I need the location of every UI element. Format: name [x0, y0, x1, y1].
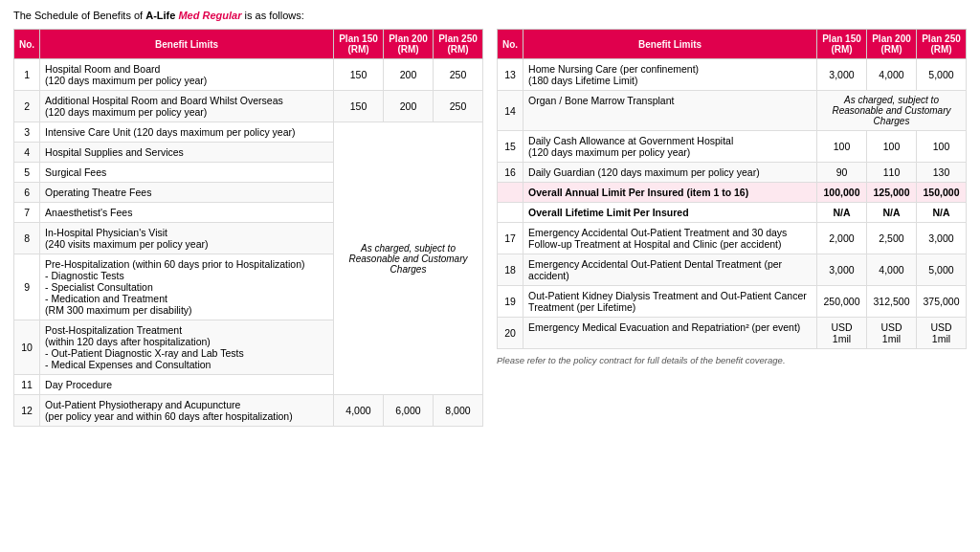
row-plan-value: 312,500 — [867, 286, 917, 318]
table-row: 18Emergency Accidental Out-Patient Denta… — [498, 254, 967, 286]
row-plan-value: 4,000 — [867, 254, 917, 286]
table1: No. Benefit Limits Plan 150 (RM) Plan 20… — [13, 29, 483, 427]
table1-container: No. Benefit Limits Plan 150 (RM) Plan 20… — [13, 29, 483, 427]
row-plan-value: 5,000 — [917, 59, 967, 91]
table-row: 20Emergency Medical Evacuation and Repat… — [498, 318, 967, 349]
table-row: 17Emergency Accidental Out-Patient Treat… — [498, 223, 967, 254]
overall-lifetime-value: N/A — [867, 203, 917, 223]
table-row: 13Home Nursing Care (per confinement)(18… — [498, 59, 967, 91]
table-row: 16Daily Guardian (120 days maximum per p… — [498, 163, 967, 183]
overall-annual-p200: 125,000 — [867, 183, 917, 203]
row-plan-value: 200 — [384, 59, 434, 91]
row-plan-value: 150 — [334, 59, 384, 91]
row-no: 5 — [14, 163, 40, 183]
row-no: 3 — [14, 122, 40, 143]
row-no: 11 — [14, 375, 40, 395]
row-benefit: Emergency Accidental Out-Patient Treatme… — [523, 223, 817, 254]
table-row: 1Hospital Room and Board(120 days maximu… — [14, 59, 483, 91]
overall-lifetime-row: Overall Lifetime Limit Per InsuredN/AN/A… — [498, 203, 967, 223]
row-plan-value: 200 — [384, 91, 434, 122]
lifetime-no — [498, 203, 523, 223]
row-plan-value: 130 — [917, 163, 967, 183]
row-plan-value: 3,000 — [817, 254, 867, 286]
row-no: 6 — [14, 183, 40, 203]
row-no: 4 — [14, 143, 40, 163]
table1-col-plan150: Plan 150 (RM) — [334, 30, 384, 59]
row-no: 2 — [14, 91, 40, 122]
table2-col-benefit: Benefit Limits — [523, 30, 817, 59]
table2-col-plan150: Plan 150 (RM) — [817, 30, 867, 59]
row-plan-value: 2,000 — [817, 223, 867, 254]
row-benefit: Hospital Supplies and Services — [40, 143, 334, 163]
row-benefit: Daily Guardian (120 days maximum per pol… — [523, 163, 817, 183]
row-plan-value: 4,000 — [867, 59, 917, 91]
row-no: 12 — [14, 395, 40, 427]
row-no: 9 — [14, 254, 40, 320]
as-charged-cell: As charged, subject to Reasonable and Cu… — [817, 91, 967, 131]
row-benefit: In-Hospital Physician's Visit(240 visits… — [40, 223, 334, 254]
row-plan-value: 3,000 — [917, 223, 967, 254]
row-plan-value: 100 — [867, 131, 917, 163]
row-no: 15 — [498, 131, 523, 163]
table-row: 3Intensive Care Unit (120 days maximum p… — [14, 122, 483, 143]
row-plan-value: 110 — [867, 163, 917, 183]
intro-text: The Schedule of Benefits of A-Life Med R… — [13, 10, 967, 21]
row-plan-value: 5,000 — [917, 254, 967, 286]
row-plan-value: 250,000 — [817, 286, 867, 318]
row-no: 7 — [14, 203, 40, 223]
overall-annual-p150: 100,000 — [817, 183, 867, 203]
overall-lifetime-value: N/A — [917, 203, 967, 223]
row-plan-value: 100 — [917, 131, 967, 163]
as-charged-cell: As charged, subject to Reasonable and Cu… — [334, 122, 483, 395]
table1-col-plan200: Plan 200 (RM) — [384, 30, 434, 59]
table-row: 12Out-Patient Physiotherapy and Acupunct… — [14, 395, 483, 427]
row-benefit: Out-Patient Physiotherapy and Acupunctur… — [40, 395, 334, 427]
row-benefit: Intensive Care Unit (120 days maximum pe… — [40, 122, 334, 143]
row-plan-value: 150 — [334, 91, 384, 122]
table2: No. Benefit Limits Plan 150 (RM) Plan 20… — [497, 29, 967, 349]
row-no: 8 — [14, 223, 40, 254]
table2-col-plan200: Plan 200 (RM) — [867, 30, 917, 59]
overall-lifetime-label: Overall Lifetime Limit Per Insured — [523, 203, 817, 223]
table2-col-plan250: Plan 250 (RM) — [917, 30, 967, 59]
overall-annual-p250: 150,000 — [917, 183, 967, 203]
row-no: 16 — [498, 163, 523, 183]
row-benefit: Home Nursing Care (per confinement)(180 … — [523, 59, 817, 91]
row-no: 13 — [498, 59, 523, 91]
row-no: 10 — [14, 320, 40, 375]
overall-annual-row: Overall Annual Limit Per Insured (item 1… — [498, 183, 967, 203]
overall-annual-label: Overall Annual Limit Per Insured (item 1… — [523, 183, 817, 203]
row-plan-value: 6,000 — [384, 395, 434, 427]
table-row: 19Out-Patient Kidney Dialysis Treatment … — [498, 286, 967, 318]
row-no: 19 — [498, 286, 523, 318]
row-plan-value: 250 — [434, 91, 483, 122]
row-no: 1 — [14, 59, 40, 91]
row-benefit: Post-Hospitalization Treatment(within 12… — [40, 320, 334, 375]
row-benefit: Operating Theatre Fees — [40, 183, 334, 203]
row-benefit: Hospital Room and Board(120 days maximum… — [40, 59, 334, 91]
row-no: 14 — [498, 91, 523, 131]
table-row: 14Organ / Bone Marrow TransplantAs charg… — [498, 91, 967, 131]
table1-col-plan250: Plan 250 (RM) — [434, 30, 483, 59]
row-benefit: Emergency Medical Evacuation and Repatri… — [523, 318, 817, 349]
row-no: 17 — [498, 223, 523, 254]
row-benefit: Organ / Bone Marrow Transplant — [523, 91, 817, 131]
row-plan-value: 375,000 — [917, 286, 967, 318]
tables-wrapper: No. Benefit Limits Plan 150 (RM) Plan 20… — [13, 29, 967, 427]
table1-col-no: No. — [14, 30, 40, 59]
row-plan-value: 4,000 — [334, 395, 384, 427]
row-plan-value: 250 — [434, 59, 483, 91]
row-plan-value: USD 1mil — [817, 318, 867, 349]
row-benefit: Anaesthetist's Fees — [40, 203, 334, 223]
row-plan-value: 3,000 — [817, 59, 867, 91]
table2-footnote: Please refer to the policy contract for … — [497, 355, 967, 365]
row-plan-value: 2,500 — [867, 223, 917, 254]
table-row: 2Additional Hospital Room and Board Whil… — [14, 91, 483, 122]
table1-col-benefit: Benefit Limits — [40, 30, 334, 59]
row-benefit: Additional Hospital Room and Board Whils… — [40, 91, 334, 122]
row-plan-value: USD 1mil — [867, 318, 917, 349]
table2-container: No. Benefit Limits Plan 150 (RM) Plan 20… — [497, 29, 967, 365]
row-benefit: Pre-Hospitalization (within 60 days prio… — [40, 254, 334, 320]
row-benefit: Day Procedure — [40, 375, 334, 395]
row-no: 20 — [498, 318, 523, 349]
